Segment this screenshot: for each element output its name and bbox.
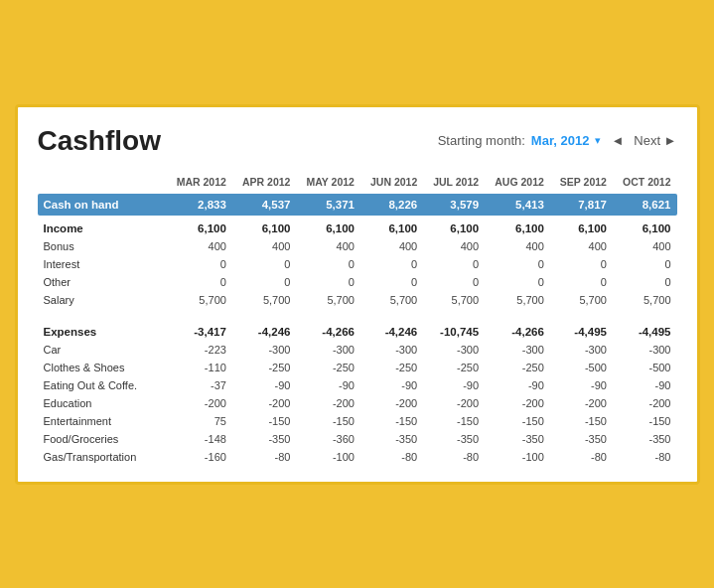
salary-aug: 5,700	[485, 291, 550, 309]
cash-on-hand-apr: 4,537	[232, 194, 297, 216]
entertainment-mar: 75	[167, 412, 232, 430]
salary-label: Salary	[38, 291, 167, 309]
prev-arrow[interactable]: ◄	[607, 131, 628, 150]
bonus-may: 400	[296, 237, 360, 255]
expenses-label: Expenses	[38, 319, 167, 341]
cash-on-hand-row: Cash on hand 2,833 4,537 5,371 8,226 3,5…	[38, 194, 677, 216]
spacer-row	[38, 309, 677, 319]
expenses-total-mar: -3,417	[167, 319, 232, 341]
other-label: Other	[38, 273, 167, 291]
eating-out-oct: -90	[613, 376, 677, 394]
cashflow-card: Cashflow Starting month: Mar, 2012 ▾ ◄ N…	[15, 104, 700, 485]
food-apr: -350	[232, 430, 297, 448]
bonus-mar: 400	[167, 237, 232, 255]
bonus-apr: 400	[232, 237, 297, 255]
entertainment-aug: -150	[485, 412, 550, 430]
food-may: -360	[296, 430, 360, 448]
education-row: Education -200 -200 -200 -200 -200 -200 …	[38, 394, 677, 412]
starting-month-value[interactable]: Mar, 2012	[531, 133, 590, 148]
dropdown-icon[interactable]: ▾	[595, 134, 601, 147]
cash-on-hand-jun: 8,226	[360, 194, 423, 216]
income-total-mar: 6,100	[167, 216, 232, 237]
car-oct: -300	[613, 341, 677, 359]
interest-jul: 0	[423, 255, 485, 273]
entertainment-jul: -150	[423, 412, 485, 430]
gas-aug: -100	[485, 448, 550, 466]
gas-oct: -80	[613, 448, 677, 466]
gas-jun: -80	[360, 448, 423, 466]
food-jul: -350	[423, 430, 485, 448]
income-total-jun: 6,100	[360, 216, 423, 237]
food-row: Food/Groceries -148 -350 -360 -350 -350 …	[38, 430, 677, 448]
food-mar: -148	[167, 430, 232, 448]
education-jul: -200	[423, 394, 485, 412]
car-apr: -300	[232, 341, 297, 359]
clothes-apr: -250	[232, 359, 297, 376]
food-sep: -350	[550, 430, 613, 448]
gas-apr: -80	[232, 448, 297, 466]
eating-out-may: -90	[296, 376, 360, 394]
entertainment-may: -150	[296, 412, 360, 430]
other-row: Other 0 0 0 0 0 0 0 0	[38, 273, 677, 291]
other-may: 0	[296, 273, 360, 291]
other-sep: 0	[550, 273, 613, 291]
interest-apr: 0	[232, 255, 297, 273]
bonus-label: Bonus	[38, 237, 167, 255]
expenses-total-sep: -4,495	[550, 319, 613, 341]
salary-jul: 5,700	[423, 291, 485, 309]
interest-oct: 0	[613, 255, 677, 273]
cash-on-hand-oct: 8,621	[613, 194, 677, 216]
eating-out-sep: -90	[550, 376, 613, 394]
income-total-may: 6,100	[296, 216, 360, 237]
expenses-total-jun: -4,246	[360, 319, 423, 341]
salary-sep: 5,700	[550, 291, 613, 309]
bonus-row: Bonus 400 400 400 400 400 400 400 400	[38, 237, 677, 255]
car-mar: -223	[167, 341, 232, 359]
cash-on-hand-aug: 5,413	[485, 194, 550, 216]
col-label	[38, 173, 167, 194]
interest-label: Interest	[38, 255, 167, 273]
car-may: -300	[296, 341, 360, 359]
gas-row: Gas/Transportation -160 -80 -100 -80 -80…	[38, 448, 677, 466]
food-label: Food/Groceries	[38, 430, 167, 448]
cash-on-hand-mar: 2,833	[167, 194, 232, 216]
expenses-total-jul: -10,745	[423, 319, 485, 341]
expenses-total-oct: -4,495	[613, 319, 677, 341]
education-jun: -200	[360, 394, 423, 412]
bonus-oct: 400	[613, 237, 677, 255]
bonus-jul: 400	[423, 237, 485, 255]
cash-on-hand-may: 5,371	[296, 194, 360, 216]
gas-label: Gas/Transportation	[38, 448, 167, 466]
interest-aug: 0	[485, 255, 550, 273]
clothes-row: Clothes & Shoes -110 -250 -250 -250 -250…	[38, 359, 677, 376]
clothes-jun: -250	[360, 359, 423, 376]
next-button[interactable]: Next ►	[634, 133, 676, 148]
car-sep: -300	[550, 341, 613, 359]
car-label: Car	[38, 341, 167, 359]
gas-mar: -160	[167, 448, 232, 466]
clothes-sep: -500	[550, 359, 613, 376]
expenses-header-row: Expenses -3,417 -4,246 -4,266 -4,246 -10…	[38, 319, 677, 341]
other-aug: 0	[485, 273, 550, 291]
col-may2012: MAY 2012	[296, 173, 360, 194]
income-total-oct: 6,100	[613, 216, 677, 237]
entertainment-jun: -150	[360, 412, 423, 430]
bonus-aug: 400	[485, 237, 550, 255]
eating-out-row: Eating Out & Coffe. -37 -90 -90 -90 -90 …	[38, 376, 677, 394]
other-oct: 0	[613, 273, 677, 291]
salary-jun: 5,700	[360, 291, 423, 309]
car-jul: -300	[423, 341, 485, 359]
clothes-aug: -250	[485, 359, 550, 376]
interest-mar: 0	[167, 255, 232, 273]
interest-jun: 0	[360, 255, 423, 273]
gas-sep: -80	[550, 448, 613, 466]
col-jun2012: JUN 2012	[360, 173, 423, 194]
eating-out-aug: -90	[485, 376, 550, 394]
salary-mar: 5,700	[167, 291, 232, 309]
education-label: Education	[38, 394, 167, 412]
eating-out-jul: -90	[423, 376, 485, 394]
food-oct: -350	[613, 430, 677, 448]
eating-out-mar: -37	[167, 376, 232, 394]
entertainment-sep: -150	[550, 412, 613, 430]
income-total-apr: 6,100	[232, 216, 297, 237]
